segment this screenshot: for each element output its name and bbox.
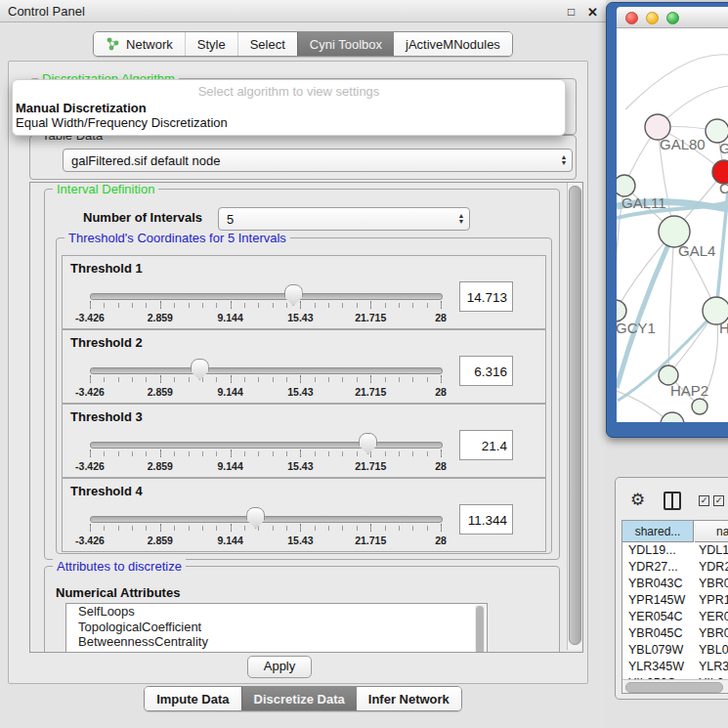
tick-label: -3.426 bbox=[75, 460, 105, 472]
number-of-intervals-value: 5 bbox=[219, 212, 453, 227]
threshold-row: Threshold 3 -3.426 2.859 9.144 15.43 21.… bbox=[62, 404, 546, 478]
panel-title: Control Panel bbox=[8, 4, 85, 19]
tick-label: 9.144 bbox=[217, 460, 242, 472]
tick-label: 15.43 bbox=[287, 312, 313, 323]
tick-label: 21.715 bbox=[355, 386, 386, 398]
tick-label: -3.426 bbox=[75, 312, 105, 323]
node-label: HAP2 bbox=[670, 382, 708, 399]
slider-track[interactable] bbox=[90, 442, 443, 449]
apply-button[interactable]: Apply bbox=[247, 656, 312, 678]
slider-track[interactable] bbox=[90, 293, 443, 300]
slider-track[interactable] bbox=[90, 367, 443, 374]
threshold-value-field[interactable]: 21.4 bbox=[459, 430, 513, 460]
tab-impute-data[interactable]: Impute Data bbox=[145, 687, 240, 710]
tab-select[interactable]: Select bbox=[237, 32, 297, 56]
tab-cyni-toolbox[interactable]: Cyni Toolbox bbox=[297, 32, 394, 56]
table-row[interactable]: YBR045CYBR0 bbox=[622, 625, 728, 642]
tick-label: 15.43 bbox=[287, 535, 313, 546]
threshold-label: Threshold 2 bbox=[70, 335, 143, 350]
dropdown-hint: Select algorithm to view settings bbox=[13, 84, 565, 99]
tab-network-label: Network bbox=[126, 37, 173, 52]
table-row[interactable]: YDL19...YDL1 bbox=[622, 542, 728, 559]
table-data-value: galFiltered.sif default node bbox=[64, 153, 556, 168]
spinner-icon: ▲▼ bbox=[453, 213, 469, 225]
tab-style[interactable]: Style bbox=[185, 32, 237, 56]
threshold-row: Threshold 4 -3.426 2.859 9.144 15.43 21.… bbox=[62, 478, 546, 552]
tick-label: 2.859 bbox=[148, 460, 173, 472]
table-row[interactable]: YBR043CYBR0 bbox=[622, 576, 728, 592]
scrollbar-thumb[interactable] bbox=[569, 186, 581, 645]
tick-label: 28 bbox=[435, 535, 447, 546]
table-row[interactable]: YPR145WYPR1 bbox=[622, 592, 728, 609]
tab-jactivemnodules[interactable]: jActiveMNodules bbox=[394, 32, 512, 56]
spinner-icon: ▲▼ bbox=[556, 154, 572, 166]
screen: Control Panel □ ✕ Network Style Select C… bbox=[0, 0, 728, 728]
group-title: Threshold's Coordinates for 5 Intervals bbox=[64, 231, 290, 245]
threshold-value-field[interactable]: 11.344 bbox=[459, 504, 513, 535]
tick-label: 2.859 bbox=[148, 312, 173, 323]
tick-label: 28 bbox=[435, 386, 447, 398]
bottom-tab-bar: Impute Data Discretize Data Infer Networ… bbox=[0, 686, 606, 711]
tick-label: 21.715 bbox=[355, 460, 386, 472]
list-item[interactable]: TopologicalCoefficient bbox=[66, 620, 487, 635]
float-window-icon[interactable]: □ bbox=[565, 6, 578, 19]
threshold-row: Threshold 2 -3.426 2.859 9.144 15.43 21.… bbox=[62, 329, 546, 404]
numerical-attributes-list[interactable]: SelfLoops TopologicalCoefficient Between… bbox=[65, 603, 488, 653]
numerical-attributes-label: Numerical Attributes bbox=[56, 585, 180, 600]
number-of-intervals-label: Number of Intervals bbox=[83, 210, 202, 225]
table-horizontal-scrollbar[interactable] bbox=[622, 679, 728, 693]
node-label: GA bbox=[719, 140, 728, 156]
node-table[interactable]: shared... na YDL19...YDL1 YDR27...YDR2 Y… bbox=[621, 520, 728, 694]
table-row[interactable]: YER054CYER0 bbox=[622, 609, 728, 625]
table-row[interactable]: YLR345WYLR3 bbox=[622, 659, 728, 675]
slider-minor-ticks bbox=[90, 303, 442, 308]
column-header-shared-name[interactable]: shared... bbox=[622, 521, 694, 542]
tick-label: 28 bbox=[435, 312, 447, 323]
check-icon[interactable]: ✓ bbox=[699, 495, 709, 506]
tick-label: 15.43 bbox=[287, 386, 313, 398]
column-header-name[interactable]: na bbox=[695, 521, 728, 542]
tick-label: 2.859 bbox=[148, 535, 173, 546]
close-icon[interactable]: ✕ bbox=[586, 6, 599, 19]
tick-label: 28 bbox=[435, 460, 447, 472]
node-label: H bbox=[719, 320, 728, 336]
group-title: Interval Definition bbox=[53, 182, 158, 196]
threshold-value-field[interactable]: 6.316 bbox=[459, 356, 513, 386]
tick-label: 15.43 bbox=[287, 460, 313, 472]
dropdown-option-manual-discretization[interactable]: Manual Discretization bbox=[16, 101, 147, 115]
minimize-traffic-icon[interactable] bbox=[646, 12, 659, 24]
tick-label: -3.426 bbox=[75, 386, 105, 398]
gear-icon[interactable]: ⚙ bbox=[630, 492, 645, 508]
network-icon bbox=[106, 37, 120, 51]
node-label: GAL4 bbox=[678, 242, 715, 259]
zoom-traffic-icon[interactable] bbox=[666, 12, 679, 24]
settings-scrollbar[interactable] bbox=[567, 183, 581, 650]
control-panel-titlebar: Control Panel □ ✕ bbox=[0, 0, 606, 22]
column-view-icon[interactable] bbox=[664, 492, 681, 510]
tick-label: -3.426 bbox=[75, 535, 105, 546]
list-item[interactable]: SelfLoops bbox=[66, 604, 487, 620]
dropdown-option-equal-width-frequency[interactable]: Equal Width/Frequency Discretization bbox=[16, 115, 228, 130]
list-scrollbar[interactable] bbox=[475, 605, 486, 653]
close-traffic-icon[interactable] bbox=[625, 12, 638, 24]
list-item[interactable]: BetweennessCentrality bbox=[66, 634, 487, 650]
tab-infer-network[interactable]: Infer Network bbox=[357, 687, 461, 710]
table-row[interactable]: YDR27...YDR2 bbox=[622, 559, 728, 576]
node-label: GAL11 bbox=[621, 194, 666, 211]
check-icon[interactable]: ✓ bbox=[713, 495, 724, 506]
scrollbar-thumb[interactable] bbox=[625, 682, 723, 693]
node-label: C bbox=[719, 180, 728, 196]
network-canvas[interactable]: GAL80 GA C GAL11 GAL4 GCY1 H HAP2 bbox=[617, 28, 728, 422]
threshold-value-field[interactable]: 14.713 bbox=[459, 281, 513, 312]
slider-minor-ticks bbox=[90, 377, 442, 382]
table-panel-titlebar: Table Panel bbox=[606, 438, 728, 473]
number-of-intervals-combobox[interactable]: 5 ▲▼ bbox=[218, 207, 470, 231]
tab-discretize-data[interactable]: Discretize Data bbox=[241, 687, 357, 710]
table-row[interactable]: YBL079WYBL0 bbox=[622, 642, 728, 659]
slider-track[interactable] bbox=[90, 516, 443, 523]
tab-network[interactable]: Network bbox=[94, 32, 185, 56]
slider-minor-ticks bbox=[90, 526, 442, 531]
tick-label: 9.144 bbox=[217, 312, 242, 323]
table-data-combobox[interactable]: galFiltered.sif default node ▲▼ bbox=[63, 149, 573, 172]
top-tab-bar: Network Style Select Cyni Toolbox jActiv… bbox=[0, 31, 606, 57]
